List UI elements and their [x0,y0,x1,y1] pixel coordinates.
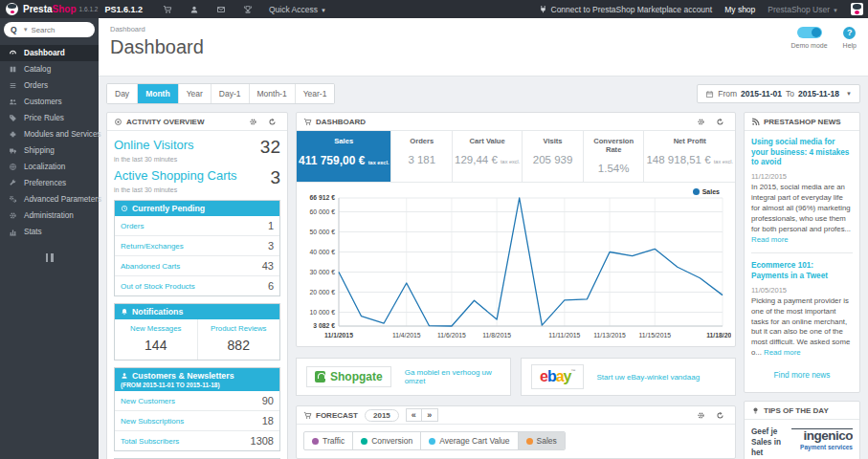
kpi-visits[interactable]: Visits205 939 [523,131,584,182]
forecast-tabs: Traffic Conversion Average Cart Value Sa… [303,431,566,450]
messages-icon[interactable] [216,5,226,14]
kpi-net-profit[interactable]: Net Profit148 918,51 € tax excl. [644,131,735,182]
range-button-day-1[interactable]: Day-1 [211,84,250,103]
cogs-icon [9,195,17,204]
ebay-link[interactable]: Start uw eBay-winkel vandaag [597,373,701,382]
avatar[interactable] [851,3,863,15]
prestashop-news-panel: PRESTASHOP NEWS Using social media for y… [744,112,860,393]
range-button-year-1[interactable]: Year-1 [296,84,335,103]
new-subscriptions-row[interactable]: New Subscriptions18 [115,410,279,430]
page-header: Dashboard Dashboard Demo mode ? Help [99,18,868,76]
range-button-day[interactable]: Day [107,84,138,103]
puzzle-icon [9,130,17,139]
sidebar-menu: Dashboard Catalog Orders Customers Price… [0,45,99,240]
pending-row-out-of-stock[interactable]: Out of Stock Products6 [115,275,279,295]
online-visitors-metric[interactable]: Online Visitors 32 [114,138,280,156]
trophy-icon[interactable] [243,5,253,14]
forecast-tab-sales[interactable]: Sales [519,432,565,449]
forecast-tab-traffic[interactable]: Traffic [304,432,353,449]
news-item-title[interactable]: Ecommerce 101: Payments in a Tweet [751,261,853,281]
shopgate-module[interactable]: Shopgate Ga mobiel en verhoog uw omzet [296,358,511,396]
gauge-icon [9,49,17,57]
tips-of-the-day-panel: TIPS OF THE DAY ingenico Payment service… [744,401,860,459]
range-button-month-1[interactable]: Month-1 [250,84,296,103]
active-carts-sub: in the last 30 minutes [114,186,280,193]
kpi-cart-value[interactable]: Cart Value129,44 € tax excl. [453,131,523,182]
kpi-conversion-rate[interactable]: Conversion Rate1.54% [584,131,645,182]
product-reviews-cell[interactable]: Product Reviews882 [197,319,280,360]
sidebar-item-price-rules[interactable]: Price Rules [0,110,99,126]
sidebar-item-catalog[interactable]: Catalog [0,61,99,77]
demo-mode-label: Demo mode [790,42,827,49]
range-button-month[interactable]: Month [138,84,179,103]
find-more-news-link[interactable]: Find more news [751,359,853,385]
refresh-icon[interactable] [716,118,724,126]
forecast-prev-button[interactable]: « [406,408,422,422]
shop-name[interactable]: PS1.6.1.2 [104,5,143,14]
news-item-title[interactable]: Using social media for your business: 4 … [751,138,853,168]
cart-icon [303,411,312,420]
gear-icon[interactable] [249,118,257,126]
cart-icon[interactable] [163,5,172,14]
sidebar-item-dashboard[interactable]: Dashboard [0,45,99,61]
search-icon[interactable]: Q [11,25,17,34]
sidebar-item-orders[interactable]: Orders [0,77,99,94]
marketplace-connect-link[interactable]: Connect to PrestaShop Marketplace accoun… [539,5,713,14]
sidebar-item-advanced-parameters[interactable]: Advanced Parameters [0,191,99,208]
new-customers-row[interactable]: New Customers90 [115,391,279,410]
module-promos: Shopgate Ga mobiel en verhoog uw omzet e… [296,358,736,396]
demo-mode-toggle[interactable] [797,27,822,38]
breadcrumb[interactable]: Dashboard [110,25,857,33]
sidebar-item-administration[interactable]: Administration [0,208,99,224]
help-icon[interactable]: ? [843,27,856,39]
chevron-down-icon[interactable]: ▼ [23,27,29,33]
pending-row-abandoned-carts[interactable]: Abandoned Carts43 [115,255,279,275]
chevron-down-icon: ▼ [833,8,838,13]
pending-row-returns[interactable]: Return/Exchanges3 [115,235,279,255]
pending-row-orders[interactable]: Orders1 [115,216,279,235]
search-input[interactable] [32,26,81,34]
forecast-tab-conversion[interactable]: Conversion [353,432,421,449]
total-subscribers-row[interactable]: Total Subscribers1308 [115,430,279,450]
sidebar-collapse-icon[interactable] [0,253,99,264]
forecast-tab-average-cart-value[interactable]: Average Cart Value [421,432,518,449]
chart-legend[interactable]: Sales [693,188,720,195]
date-range-picker[interactable]: From2015-11-01 To2015-11-18 ▼ [697,84,860,103]
refresh-icon[interactable] [268,118,277,126]
customers-icon[interactable] [189,5,199,14]
sidebar-item-localization[interactable]: Localization [0,159,99,175]
ingenico-logo: ingenico Payment services [791,428,853,450]
read-more-link[interactable]: Read more [764,348,801,357]
refresh-icon[interactable] [716,411,724,420]
panel-title: PRESTASHOP NEWS [764,118,841,126]
kpi-orders[interactable]: Orders3 181 [391,131,453,182]
panel-title: DASHBOARD [316,118,366,126]
active-carts-metric[interactable]: Active Shopping Carts 3 [114,168,280,186]
user-menu[interactable]: PrestaShop User▼ [768,5,838,14]
new-messages-cell[interactable]: New Messages144 [115,319,197,360]
sidebar-item-preferences[interactable]: Preferences [0,175,99,191]
sidebar-item-modules[interactable]: Modules and Services [0,126,99,142]
read-more-link[interactable]: Read more [751,235,789,244]
calendar-icon [705,90,714,98]
ebay-module[interactable]: ebay™ Start uw eBay-winkel vandaag [521,358,736,396]
kpi-sales[interactable]: Sales411 759,00 € tax excl. [297,131,391,182]
sidebar-item-customers[interactable]: Customers [0,94,99,110]
range-button-year[interactable]: Year [179,84,211,103]
help-label: Help [843,42,857,49]
forecast-next-button[interactable]: » [422,408,438,422]
svg-text:40 000 €: 40 000 € [310,249,336,255]
gear-icon[interactable] [697,118,705,126]
sidebar-item-shipping[interactable]: Shipping [0,142,99,159]
my-shop-link[interactable]: My shop [724,5,755,14]
shopgate-link[interactable]: Ga mobiel en verhoog uw omzet [405,368,501,385]
version-label: 1.6.1.2 [79,6,99,12]
sidebar-item-stats[interactable]: Stats [0,224,99,240]
clock-icon [121,205,128,212]
gear-icon[interactable] [697,411,705,420]
quick-access-menu[interactable]: Quick Access▼ [269,5,326,14]
news-item: Using social media for your business: 4 … [751,138,853,245]
svg-text:11/1/2015: 11/1/2015 [324,332,353,339]
prestashop-logo-icon[interactable] [6,3,18,15]
svg-text:3 082 €: 3 082 € [313,322,335,329]
